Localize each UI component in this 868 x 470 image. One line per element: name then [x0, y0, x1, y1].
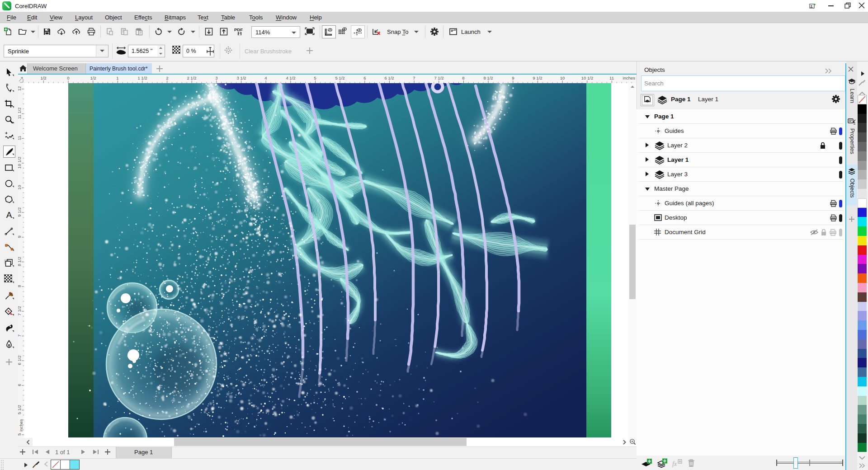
svg-text:10 1/2: 10 1/2: [18, 157, 22, 169]
svg-text:5: 5: [314, 75, 316, 80]
svg-text:2 1/2: 2 1/2: [187, 75, 196, 80]
svg-text:PDF: PDF: [234, 27, 243, 32]
svg-text:6: 6: [363, 75, 366, 80]
svg-text:5 1/2: 5 1/2: [335, 75, 344, 80]
svg-text:8: 8: [18, 285, 22, 287]
svg-text:10 1/2: 10 1/2: [581, 75, 593, 80]
svg-text:fx: fx: [672, 461, 677, 467]
svg-text:5: 5: [18, 433, 22, 435]
svg-text:9 1/2: 9 1/2: [18, 207, 22, 217]
svg-text:10: 10: [18, 185, 22, 190]
svg-text:1/2: 1/2: [90, 75, 96, 80]
svg-text:1/2: 1/2: [40, 75, 46, 80]
svg-text:7 1/2: 7 1/2: [434, 75, 443, 80]
svg-text:7: 7: [18, 334, 22, 337]
svg-text:6: 6: [18, 384, 22, 386]
svg-text:6 1/2: 6 1/2: [18, 356, 22, 365]
svg-text:9: 9: [512, 75, 514, 80]
svg-text:12: 12: [18, 86, 22, 91]
svg-text:8 1/2: 8 1/2: [18, 257, 22, 266]
svg-text:4 1/2: 4 1/2: [286, 75, 295, 80]
svg-text:1: 1: [116, 75, 118, 80]
svg-text:11: 11: [18, 136, 22, 140]
svg-text:7 1/2: 7 1/2: [18, 306, 22, 315]
svg-text:inches: inches: [623, 75, 636, 80]
svg-text:11: 11: [609, 75, 614, 80]
svg-text:11 1/2: 11 1/2: [18, 108, 22, 119]
svg-text:6 1/2: 6 1/2: [384, 75, 394, 80]
svg-text:2: 2: [166, 75, 168, 80]
svg-text:3: 3: [215, 75, 217, 80]
svg-text:3 1/2: 3 1/2: [236, 75, 246, 80]
svg-text:4: 4: [264, 75, 267, 80]
svg-text:1 1/2: 1 1/2: [137, 75, 147, 80]
svg-text:9: 9: [18, 235, 22, 238]
svg-text:8 1/2: 8 1/2: [483, 75, 493, 80]
svg-text:10: 10: [560, 75, 565, 80]
svg-text:5 1/2: 5 1/2: [18, 405, 22, 414]
svg-text:9 1/2: 9 1/2: [533, 75, 542, 80]
svg-text:8: 8: [462, 75, 464, 80]
svg-text:7: 7: [413, 75, 415, 80]
svg-text:0: 0: [67, 75, 69, 80]
